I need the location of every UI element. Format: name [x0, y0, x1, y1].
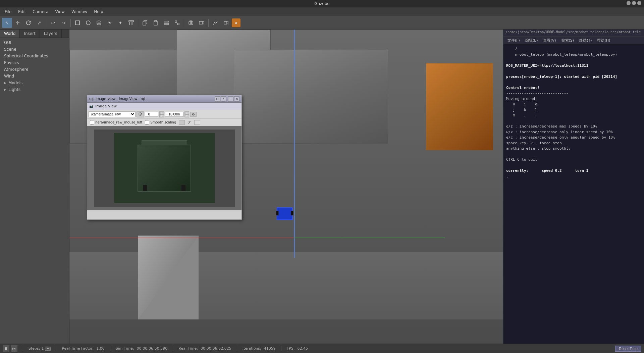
dist-step-down[interactable]: ▼ [184, 114, 189, 117]
record-tool[interactable] [221, 18, 231, 28]
svg-rect-14 [164, 21, 169, 22]
tree-item-spherical[interactable]: Spherical Coordinates [0, 53, 69, 59]
term-line-6: process[mrobot_teleop-1]: started with p… [506, 74, 641, 80]
tree-item-lights[interactable]: Lights [0, 86, 69, 93]
refresh-btn[interactable] [137, 111, 144, 117]
smooth-checkbox[interactable] [145, 120, 149, 124]
iw-side-btn[interactable]: − [228, 96, 233, 102]
redo-btn[interactable]: ↪ [59, 18, 69, 28]
pause-btn[interactable]: ⏸ [3, 345, 9, 352]
tab-layers[interactable]: Layers [40, 30, 62, 38]
distance-stepper[interactable]: ▲ ▼ [184, 111, 189, 117]
minimize-icon[interactable] [627, 1, 631, 5]
sun-tool[interactable]: ☀ [105, 18, 115, 28]
term-line-5 [506, 68, 641, 74]
term-line-14 [506, 118, 641, 124]
tab-world[interactable]: World [0, 30, 20, 38]
dist-step-up[interactable]: ▲ [184, 111, 189, 114]
image-view-titlebar[interactable]: rqt_image_view__ImageView - rqt D ? − ✕ [87, 95, 241, 103]
term-line-22 [506, 163, 641, 168]
menu-window[interactable]: Window [68, 8, 91, 15]
step-down[interactable]: ▼ [159, 114, 164, 117]
term-menu-view[interactable]: 查看(V) [540, 37, 558, 44]
distance-input[interactable]: 10.00m [165, 112, 183, 117]
terminal-titlebar: /home/jacob/Desktop/URDF-Model/src/mrobo… [503, 30, 644, 37]
reset-time-btn[interactable]: Reset Time [615, 346, 641, 352]
value-stepper[interactable]: ▲ ▼ [159, 111, 164, 117]
menu-file[interactable]: File [1, 8, 15, 15]
scale-tool[interactable]: ⤢ [34, 18, 44, 28]
translate-tool[interactable]: ✛ [13, 18, 23, 28]
directional-tool[interactable] [126, 18, 136, 28]
close-icon[interactable] [637, 1, 641, 5]
tree-item-models[interactable]: Models [0, 80, 69, 86]
toolbar-sep-3 [138, 19, 138, 27]
step-up[interactable]: ▲ [159, 111, 164, 114]
tree-item-scene[interactable]: Scene [0, 46, 69, 53]
iw-d-btn[interactable]: D [215, 96, 220, 102]
term-line-21: CTRL-C to quit [506, 157, 641, 163]
orange-tool[interactable]: ● [232, 18, 240, 27]
term-line-13: m , . [506, 113, 641, 118]
term-line-19: anything else : stop smoothly [506, 146, 641, 152]
status-sep-5 [237, 346, 237, 351]
term-menu-help[interactable]: 帮助(H) [594, 37, 613, 44]
term-menu-edit[interactable]: 编辑(E) [523, 37, 541, 44]
tree-item-atmosphere[interactable]: Atmosphere [0, 66, 69, 73]
menu-help[interactable]: Help [91, 8, 106, 15]
tree-item-gui[interactable]: GUI [0, 39, 69, 46]
dumpster-image [114, 133, 215, 203]
realtime-factor: Real Time Factor: 1.00 [62, 346, 104, 351]
term-menu-search[interactable]: 搜索(S) [559, 37, 577, 44]
tab-insert[interactable]: Insert [20, 30, 40, 38]
plugin-title: Image View [95, 104, 117, 108]
maximize-icon[interactable] [632, 1, 636, 5]
align-tool[interactable] [161, 18, 171, 28]
step-btn[interactable]: ⏭ [11, 345, 17, 352]
value-input[interactable]: 0 [145, 112, 158, 117]
select-tool[interactable]: ↖ [2, 18, 12, 28]
iw-help-btn[interactable]: ? [221, 96, 226, 102]
cylinder-tool[interactable] [94, 18, 104, 28]
rotation-swatch[interactable] [194, 120, 200, 125]
iterations: Iterations: 41059 [243, 346, 276, 351]
color-swatch[interactable] [179, 120, 185, 125]
terminal-panel: /home/jacob/Desktop/URDF-Model/src/mrobo… [503, 30, 644, 353]
iw-close-btn[interactable]: ✕ [234, 96, 239, 102]
menu-edit[interactable]: Edit [15, 8, 29, 15]
term-line-11: u i o [506, 102, 641, 107]
tree-item-physics[interactable]: Physics [0, 59, 69, 66]
steps-dropdown[interactable]: ▼ [45, 347, 51, 351]
term-line-10: Moving around: [506, 96, 641, 102]
axis-red [69, 238, 294, 238]
viewport[interactable]: rqt_image_view__ImageView - rqt D ? − ✕ … [69, 30, 503, 353]
term-menu-terminal[interactable]: 终端(T) [577, 37, 594, 44]
real-time: Real Time: 00:00:06:52.025 [178, 346, 231, 351]
svg-rect-17 [177, 23, 179, 25]
rtf-label: Real Time Factor: [62, 346, 94, 351]
mouse-checkbox[interactable] [90, 120, 94, 124]
sphere-tool[interactable] [83, 18, 93, 28]
copy-tool[interactable] [140, 18, 150, 28]
menu-view[interactable]: View [52, 8, 68, 15]
box-tool[interactable] [72, 18, 83, 28]
video-tool[interactable] [197, 18, 207, 28]
svg-rect-0 [75, 21, 79, 25]
undo-btn[interactable]: ↩ [48, 18, 58, 28]
screenshot-tool[interactable] [186, 18, 196, 28]
term-menu-file[interactable]: 文件(F) [505, 37, 523, 44]
paste-tool[interactable] [151, 18, 161, 28]
tree-item-wind[interactable]: Wind [0, 73, 69, 80]
chart-tool[interactable] [210, 18, 220, 28]
titlebar: Gazebo [0, 0, 644, 7]
snap-tool[interactable] [172, 18, 182, 28]
pointlight-tool[interactable]: ✦ [115, 18, 125, 28]
menu-camera[interactable]: Camera [29, 8, 52, 15]
camera-topic-select[interactable]: /camera/image_raw [89, 111, 136, 117]
image-view-toolbar: /camera/image_raw 0 ▲ ▼ 10.00m ▲ ▼ ⚙ [87, 110, 241, 119]
rotate-tool[interactable] [23, 18, 34, 28]
status-sep-6 [281, 346, 281, 351]
gear-btn[interactable]: ⚙ [190, 112, 197, 117]
titlebar-controls [627, 1, 641, 5]
term-line-9: ---------------------------- [506, 91, 641, 96]
